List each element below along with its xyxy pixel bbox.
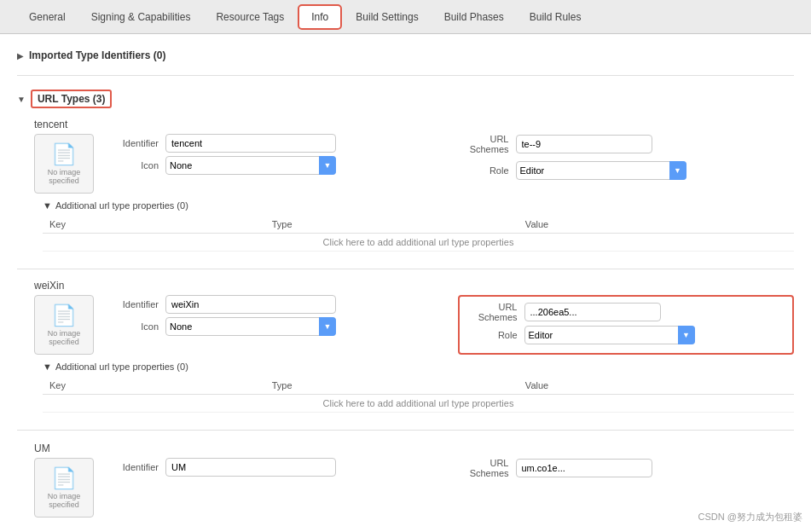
- doc-icon-um: 📄: [51, 466, 77, 490]
- props-table-weixin: Key Type Value Click here to add additio…: [43, 377, 794, 413]
- role-row-tencent: Role Editor ▼: [458, 161, 795, 180]
- left-col-tencent: Identifier Icon None ▼: [107, 134, 444, 183]
- additional-chevron-tencent: ▼: [43, 200, 52, 211]
- urlschemes-row-weixin: URL Schemes: [466, 302, 786, 322]
- identifier-row-weixin: Identifier: [107, 295, 444, 314]
- two-col-weixin: Identifier Icon None ▼: [107, 295, 794, 355]
- fields-weixin: Identifier Icon None ▼: [107, 295, 794, 355]
- tab-resource-tags[interactable]: Resource Tags: [204, 6, 296, 28]
- value-col-weixin: Value: [518, 377, 794, 395]
- doc-icon-weixin: 📄: [51, 304, 77, 327]
- identifier-input-um[interactable]: [165, 458, 336, 477]
- tab-info[interactable]: Info: [298, 4, 342, 30]
- additional-label-weixin: Additional url type properties (0): [55, 361, 188, 372]
- image-placeholder-weixin: 📄 No image specified: [34, 295, 94, 355]
- role-label-tencent: Role: [458, 165, 509, 176]
- click-to-add-tencent[interactable]: Click here to add additional url type pr…: [43, 234, 794, 252]
- additional-props-tencent: ▼ Additional url type properties (0) Key…: [17, 199, 794, 252]
- role-select-wrapper-weixin: Editor ▼: [524, 326, 695, 344]
- right-col-um: URL Schemes: [458, 458, 795, 482]
- identifier-input-tencent[interactable]: [165, 134, 336, 153]
- icon-select-tencent[interactable]: None: [165, 156, 336, 175]
- tab-bar: General Signing & Capabilities Resource …: [0, 0, 811, 34]
- left-col-weixin: Identifier Icon None ▼: [107, 295, 444, 355]
- tab-build-settings[interactable]: Build Settings: [344, 6, 430, 28]
- left-col-um: Identifier: [107, 458, 444, 482]
- key-col-weixin: Key: [43, 377, 265, 395]
- additional-label-tencent: Additional url type properties (0): [55, 200, 188, 211]
- icon-select-weixin[interactable]: None: [165, 317, 336, 336]
- icon-select-wrapper-tencent: None ▼: [165, 156, 336, 175]
- divider-3: [17, 430, 794, 431]
- right-col-tencent: URL Schemes Role Editor ▼: [458, 134, 795, 183]
- identifier-label-weixin: Identifier: [107, 299, 159, 309]
- image-text-tencent: No image specified: [35, 168, 93, 185]
- watermark: CSDN @努力成为包租婆: [698, 511, 802, 523]
- entry-name-um: UM: [17, 439, 794, 458]
- chevron-down-icon: ▼: [17, 95, 26, 104]
- image-text-weixin: No image specified: [35, 329, 93, 346]
- additional-chevron-weixin: ▼: [43, 361, 52, 372]
- highlight-box-weixin: URL Schemes Role Editor ▼: [458, 295, 795, 355]
- role-row-weixin: Role Editor ▼: [466, 326, 786, 344]
- icon-label-weixin: Icon: [107, 321, 159, 332]
- url-type-entry-um: UM 📄 No image specified Identifier: [17, 439, 794, 526]
- fields-tencent: Identifier Icon None ▼: [107, 134, 794, 183]
- role-select-tencent[interactable]: Editor: [516, 161, 686, 180]
- identifier-row-tencent: Identifier: [107, 134, 444, 153]
- additional-props-header-weixin[interactable]: ▼ Additional url type properties (0): [43, 360, 794, 373]
- urlschemes-label-um: URL Schemes: [458, 458, 509, 478]
- identifier-row-um: Identifier: [107, 458, 444, 477]
- entry-name-tencent: tencent: [17, 115, 794, 134]
- entry-name-weixin: weiXin: [17, 276, 794, 295]
- main-content: ▶ Imported Type Identifiers (0) ▼ URL Ty…: [0, 34, 811, 532]
- props-table-tencent: Key Type Value Click here to add additio…: [43, 216, 794, 252]
- url-type-row-tencent: 📄 No image specified Identifier Icon: [17, 134, 794, 194]
- doc-icon-tencent: 📄: [51, 142, 77, 166]
- urlschemes-label-weixin: URL Schemes: [466, 302, 518, 322]
- image-placeholder-tencent: 📄 No image specified: [34, 134, 94, 194]
- value-col-tencent: Value: [518, 216, 794, 234]
- url-type-entry-tencent: tencent 📄 No image specified Identifier …: [17, 115, 794, 260]
- additional-props-header-tencent[interactable]: ▼ Additional url type properties (0): [43, 199, 794, 212]
- urlschemes-input-weixin[interactable]: [524, 303, 661, 321]
- image-placeholder-um: 📄 No image specified: [34, 458, 94, 518]
- type-col-tencent: Type: [265, 216, 518, 234]
- urlschemes-input-um[interactable]: [516, 459, 652, 477]
- identifier-label-um: Identifier: [107, 462, 159, 472]
- tab-build-phases[interactable]: Build Phases: [432, 6, 516, 28]
- icon-select-wrapper-weixin: None ▼: [165, 317, 336, 336]
- role-select-weixin[interactable]: Editor: [524, 326, 695, 344]
- identifier-label-tencent: Identifier: [107, 138, 159, 148]
- url-type-row-um: 📄 No image specified Identifier URL Sche…: [17, 458, 794, 518]
- imported-type-section[interactable]: ▶ Imported Type Identifiers (0): [17, 43, 794, 68]
- urlschemes-row-um: URL Schemes: [458, 458, 795, 478]
- tab-build-rules[interactable]: Build Rules: [518, 6, 594, 28]
- url-types-section-header[interactable]: ▼ URL Types (3): [17, 83, 794, 115]
- imported-type-label: Imported Type Identifiers (0): [29, 49, 165, 61]
- divider-2: [17, 269, 794, 269]
- urlschemes-input-tencent[interactable]: [516, 135, 652, 153]
- icon-row-weixin: Icon None ▼: [107, 317, 444, 336]
- image-text-um: No image specified: [35, 492, 93, 509]
- key-col-tencent: Key: [43, 216, 265, 234]
- urlschemes-label-tencent: URL Schemes: [458, 134, 509, 154]
- two-col-tencent: Identifier Icon None ▼: [107, 134, 794, 183]
- role-select-wrapper-tencent: Editor ▼: [516, 161, 686, 180]
- divider-1: [17, 75, 794, 76]
- url-type-entry-weixin: weiXin 📄 No image specified Identifier I…: [17, 276, 794, 421]
- chevron-right-icon: ▶: [17, 51, 24, 61]
- type-col-weixin: Type: [265, 377, 518, 395]
- url-types-label: URL Types (3): [31, 90, 113, 108]
- click-to-add-weixin[interactable]: Click here to add additional url type pr…: [43, 395, 794, 413]
- additional-props-weixin: ▼ Additional url type properties (0) Key…: [17, 360, 794, 413]
- url-type-row-weixin: 📄 No image specified Identifier Icon: [17, 295, 794, 355]
- role-label-weixin: Role: [466, 330, 518, 340]
- right-col-weixin: URL Schemes Role Editor ▼: [458, 295, 795, 355]
- tab-signing[interactable]: Signing & Capabilities: [79, 6, 203, 28]
- identifier-input-weixin[interactable]: [165, 295, 336, 314]
- fields-um: Identifier URL Schemes: [107, 458, 794, 482]
- icon-label-tencent: Icon: [107, 160, 159, 171]
- two-col-um: Identifier URL Schemes: [107, 458, 794, 482]
- tab-general[interactable]: General: [17, 6, 78, 28]
